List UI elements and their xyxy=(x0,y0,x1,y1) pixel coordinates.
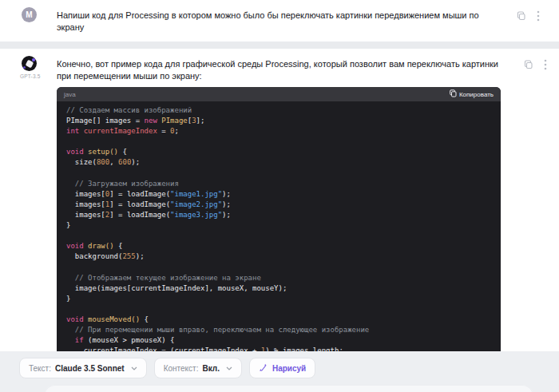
kebab-menu-icon xyxy=(537,10,540,24)
assistant-message: GPT-3.5 Конечно, вот пример кода для гра… xyxy=(0,49,559,362)
user-message-body: Напиши код для Processing в котором можн… xyxy=(57,7,494,34)
gpt-logo-accent xyxy=(32,58,35,61)
copy-message-button[interactable] xyxy=(524,60,533,72)
chat-input-bar[interactable]: Спросите что-нибудь... Веб-поиск Шаблоны xyxy=(44,385,533,392)
code-content: // Создаем массив изображенийPImage[] im… xyxy=(57,101,501,362)
chevron-down-icon xyxy=(131,366,137,370)
code-copy-button[interactable]: Копировать xyxy=(450,89,494,99)
assistant-avatar-column: GPT-3.5 xyxy=(22,56,49,79)
user-avatar-letter: M xyxy=(26,10,32,19)
copy-icon xyxy=(450,89,457,99)
magic-pen-icon xyxy=(259,363,268,374)
context-selector[interactable]: Контекст: Вкл. xyxy=(154,358,242,378)
kebab-menu-icon xyxy=(544,59,547,73)
context-label: Контекст: xyxy=(164,364,199,373)
text-model-label: Текст: xyxy=(29,364,51,373)
bottom-panel: Текст: Claude 3.5 Sonnet Контекст: Вкл. … xyxy=(0,351,559,392)
assistant-avatar xyxy=(22,56,37,71)
draw-button[interactable]: Нарисуй xyxy=(249,358,315,378)
model-toolbar: Текст: Claude 3.5 Sonnet Контекст: Вкл. … xyxy=(0,351,559,378)
draw-button-label: Нарисуй xyxy=(272,364,306,373)
message-menu-button[interactable] xyxy=(537,10,540,24)
message-menu-button[interactable] xyxy=(544,59,547,73)
text-model-value: Claude 3.5 Sonnet xyxy=(55,364,125,373)
user-avatar: M xyxy=(22,7,37,22)
code-language-label: java xyxy=(64,89,76,101)
code-block: java Копировать // Создаем массив изобра… xyxy=(57,87,501,362)
code-block-header: java Копировать xyxy=(57,87,501,101)
assistant-message-text: Конечно, вот пример кода для графической… xyxy=(57,58,501,82)
user-avatar-column: M xyxy=(22,7,49,22)
assistant-message-body: Конечно, вот пример кода для графической… xyxy=(57,56,501,362)
user-message: M Напиши код для Processing в котором мо… xyxy=(0,0,559,42)
code-copy-label: Копировать xyxy=(459,91,494,98)
copy-icon xyxy=(517,11,526,23)
user-message-text: Напиши код для Processing в котором можн… xyxy=(57,10,494,34)
gpt-logo-accent2 xyxy=(23,66,26,69)
model-label: GPT-3.5 xyxy=(20,73,41,79)
user-message-actions xyxy=(494,7,545,24)
chevron-down-icon xyxy=(226,366,232,370)
context-value: Вкл. xyxy=(202,364,219,373)
assistant-message-actions xyxy=(501,56,552,73)
copy-icon xyxy=(524,60,533,72)
text-model-selector[interactable]: Текст: Claude 3.5 Sonnet xyxy=(19,358,147,378)
copy-message-button[interactable] xyxy=(517,11,526,23)
